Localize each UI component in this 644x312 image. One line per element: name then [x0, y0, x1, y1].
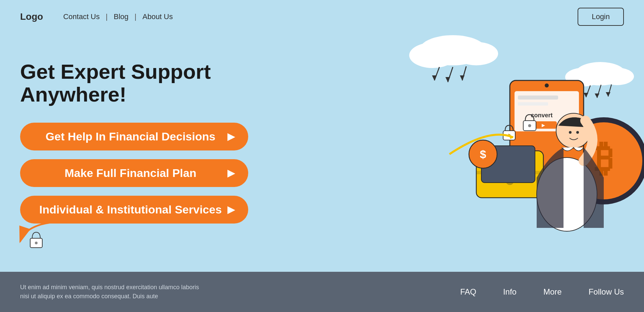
cloud-top-left [409, 35, 498, 82]
svg-point-45 [569, 131, 572, 134]
svg-point-46 [576, 131, 579, 134]
svg-point-14 [600, 68, 634, 85]
svg-text:convert: convert [531, 112, 552, 119]
cta-button-financial-decisions[interactable]: Get Help In Financial Decisions ▶ [20, 123, 248, 150]
svg-marker-16 [584, 93, 588, 97]
svg-marker-11 [460, 75, 465, 80]
footer-link-follow-us[interactable]: Follow Us [589, 287, 624, 297]
svg-marker-18 [595, 93, 599, 98]
footer-link-info[interactable]: Info [503, 287, 517, 297]
svg-point-25 [545, 83, 549, 87]
login-button[interactable]: Login [578, 8, 624, 26]
main-content: Get Expert Support Anywhere! Get Help In… [0, 34, 644, 272]
nav: Contact Us | Blog | About Us [63, 12, 173, 21]
deco-bottom-left [7, 215, 74, 258]
svg-point-5 [454, 42, 498, 65]
nav-sep-2: | [135, 12, 137, 21]
svg-text:▶: ▶ [542, 123, 545, 128]
nav-about-us[interactable]: About Us [143, 12, 173, 21]
cta-arrow-3: ▶ [227, 204, 235, 215]
svg-point-39 [528, 124, 531, 127]
nav-blog[interactable]: Blog [114, 12, 128, 21]
svg-rect-27 [518, 96, 558, 100]
footer-link-more[interactable]: More [543, 287, 562, 297]
cta-arrow-2: ▶ [227, 168, 235, 179]
svg-point-4 [409, 43, 456, 68]
header: Logo Contact Us | Blog | About Us Login [0, 0, 644, 34]
footer-links: FAQ Info More Follow Us [460, 287, 624, 297]
cta-button-financial-plan-label: Make Full Financial Plan [34, 167, 227, 180]
hero-illustration: ₿ convert ▶ $ [349, 34, 644, 261]
svg-point-2 [35, 242, 38, 244]
nav-sep-1: | [106, 12, 108, 21]
logo: Logo [20, 11, 43, 22]
cta-arrow-1: ▶ [227, 131, 235, 142]
footer-body-text: Ut enim ad minim veniam, quis nostrud ex… [20, 283, 208, 301]
svg-marker-9 [445, 77, 450, 82]
svg-text:$: $ [480, 148, 486, 161]
footer: Ut enim ad minim veniam, quis nostrud ex… [0, 272, 644, 312]
cta-button-financial-plan[interactable]: Make Full Financial Plan ▶ [20, 159, 248, 187]
svg-marker-7 [432, 75, 437, 80]
svg-rect-28 [518, 102, 548, 106]
cta-button-institutional-services-label: Individual & Institutional Services [34, 203, 227, 216]
svg-marker-20 [606, 92, 610, 97]
hero-title: Get Expert Support Anywhere! [20, 60, 272, 106]
cta-button-financial-decisions-label: Get Help In Financial Decisions [34, 130, 227, 143]
left-content: Get Expert Support Anywhere! Get Help In… [20, 60, 272, 232]
footer-link-faq[interactable]: FAQ [460, 287, 476, 297]
nav-contact-us[interactable]: Contact Us [63, 12, 100, 21]
